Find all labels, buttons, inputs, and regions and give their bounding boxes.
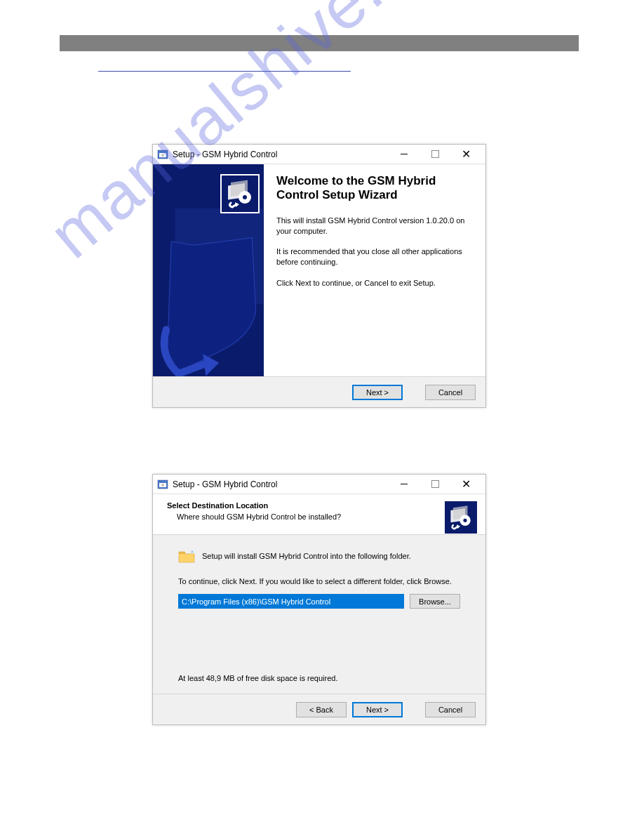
- wizard-sidebar-graphic: [153, 164, 264, 376]
- welcome-text-1: This will install GSM Hybrid Control ver…: [276, 216, 474, 237]
- next-button[interactable]: Next >: [352, 702, 403, 717]
- minimize-button[interactable]: [389, 475, 420, 494]
- welcome-text-3: Click Next to continue, or Cancel to exi…: [276, 278, 474, 289]
- welcome-heading: Welcome to the GSM Hybrid Control Setup …: [276, 174, 474, 203]
- titlebar[interactable]: Setup - GSM Hybrid Control ✕: [153, 145, 485, 164]
- installer-icon: [157, 479, 168, 490]
- cancel-button[interactable]: Cancel: [425, 385, 476, 400]
- wizard-body: Setup will install GSM Hybrid Control in…: [153, 535, 485, 694]
- welcome-content: Welcome to the GSM Hybrid Control Setup …: [264, 164, 485, 376]
- document-header-bar: [60, 35, 579, 51]
- installer-icon: [157, 149, 168, 160]
- close-button[interactable]: ✕: [450, 145, 481, 164]
- maximize-button: [420, 145, 450, 164]
- svg-point-16: [463, 519, 467, 522]
- minimize-button[interactable]: [389, 145, 420, 164]
- window-title: Setup - GSM Hybrid Control: [173, 479, 389, 489]
- svg-point-12: [161, 484, 164, 486]
- header-subtitle: Where should GSM Hybrid Control be insta…: [177, 512, 445, 521]
- svg-point-2: [161, 154, 164, 157]
- destination-path-input[interactable]: C:\Program Files (x86)\GSM Hybrid Contro…: [178, 594, 404, 609]
- button-bar: Next > Cancel: [153, 376, 485, 407]
- window-title: Setup - GSM Hybrid Control: [173, 150, 389, 159]
- disk-space-text: At least 48,9 MB of free disk space is r…: [178, 674, 337, 682]
- setup-box-icon: [220, 174, 260, 213]
- wizard-header: Select Destination Location Where should…: [153, 494, 485, 535]
- svg-marker-9: [235, 202, 239, 207]
- svg-marker-17: [457, 524, 460, 529]
- button-bar: < Back Next > Cancel: [153, 694, 485, 724]
- folder-icon: [178, 549, 195, 563]
- heading-underline: [98, 71, 351, 72]
- welcome-text-2: It is recommended that you close all oth…: [276, 246, 474, 267]
- cancel-button[interactable]: Cancel: [425, 702, 476, 717]
- header-title: Select Destination Location: [167, 501, 445, 510]
- svg-point-8: [243, 195, 247, 199]
- titlebar[interactable]: Setup - GSM Hybrid Control ✕: [153, 475, 485, 494]
- install-folder-text: Setup will install GSM Hybrid Control in…: [202, 552, 411, 560]
- close-button[interactable]: ✕: [450, 475, 481, 494]
- maximize-button: [420, 475, 450, 494]
- setup-wizard-destination-window: Setup - GSM Hybrid Control ✕ Select Dest…: [152, 474, 486, 725]
- continue-instruction-text: To continue, click Next. If you would li…: [178, 577, 460, 585]
- back-button[interactable]: < Back: [296, 702, 347, 717]
- setup-wizard-welcome-window: Setup - GSM Hybrid Control ✕: [152, 144, 486, 408]
- setup-box-icon: [445, 501, 477, 534]
- next-button[interactable]: Next >: [352, 385, 403, 400]
- browse-button[interactable]: Browse...: [410, 594, 460, 609]
